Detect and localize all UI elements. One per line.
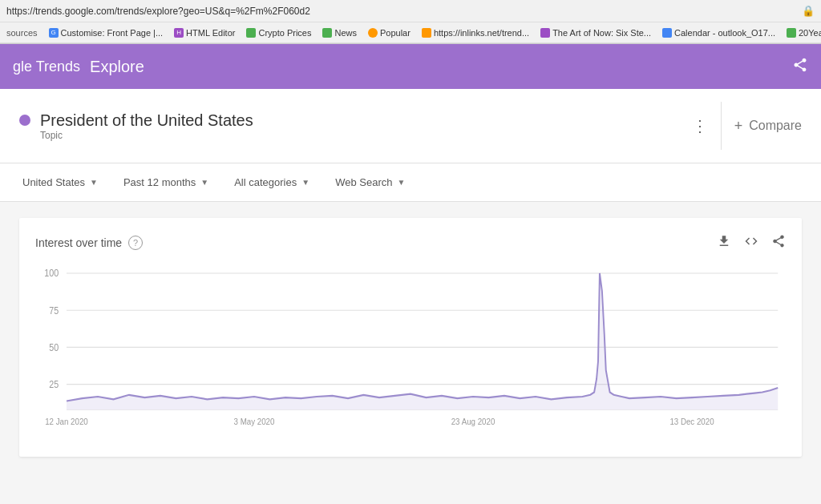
chevron-down-icon: ▼ (301, 178, 309, 187)
gt-share-button[interactable] (792, 57, 808, 77)
chevron-down-icon: ▼ (397, 178, 405, 187)
bookmark-20years[interactable]: 20YearsOn-what-still-co... (783, 26, 821, 39)
embed-button[interactable] (744, 234, 758, 252)
filters-bar: United States ▼ Past 12 months ▼ All cat… (0, 163, 821, 202)
bookmark-crypto[interactable]: Crypto Prices (243, 26, 314, 39)
location-label: United States (22, 176, 85, 188)
bookmark-label: News (334, 28, 357, 38)
svg-text:75: 75 (49, 305, 59, 316)
bookmark-favicon (540, 28, 550, 38)
trend-chart-svg: 100 75 50 25 12 Jan 2020 3 May 2020 23 A… (35, 264, 786, 441)
bookmark-label: Customise: Front Page |... (61, 28, 164, 38)
svg-text:23 Aug 2020: 23 Aug 2020 (451, 417, 495, 427)
gt-logo-area: gle Trends Explore (13, 58, 144, 76)
address-bar: https://trends.google.com/trends/explore… (0, 0, 821, 22)
svg-text:13 Dec 2020: 13 Dec 2020 (669, 417, 714, 427)
bookmark-favicon (322, 28, 332, 38)
gt-explore-label: Explore (90, 58, 144, 76)
search-term-title: President of the United States (40, 111, 253, 130)
bookmark-label: Calendar - outlook_O17... (674, 28, 775, 38)
chart-container: 100 75 50 25 12 Jan 2020 3 May 2020 23 A… (35, 264, 786, 441)
bookmark-popular[interactable]: Popular (365, 26, 414, 39)
search-term: President of the United States Topic (19, 111, 692, 141)
gt-logo-text: gle Trends (13, 58, 80, 75)
chevron-down-icon: ▼ (200, 178, 208, 187)
chevron-down-icon: ▼ (90, 178, 98, 187)
chart-section: Interest over time ? (19, 218, 802, 457)
time-range-label: Past 12 months (123, 176, 196, 188)
svg-text:100: 100 (44, 268, 59, 279)
time-range-filter[interactable]: Past 12 months ▼ (120, 171, 212, 193)
compare-label: Compare (749, 119, 802, 133)
help-icon[interactable]: ? (128, 236, 143, 250)
svg-text:3 May 2020: 3 May 2020 (234, 417, 275, 427)
search-type-label: Web Search (335, 176, 392, 188)
bookmark-favicon: G (49, 28, 59, 38)
gt-header: gle Trends Explore (0, 44, 821, 89)
address-bar-url: https://trends.google.com/trends/explore… (6, 6, 802, 17)
bookmark-customise[interactable]: G Customise: Front Page |... (46, 26, 167, 39)
chart-title-area: Interest over time ? (35, 236, 143, 250)
svg-text:12 Jan 2020: 12 Jan 2020 (45, 417, 88, 427)
bookmark-label: The Art of Now: Six Ste... (552, 28, 651, 38)
search-type-filter[interactable]: Web Search ▼ (332, 171, 408, 193)
bookmarks-bar: sources G Customise: Front Page |... H H… (0, 22, 821, 43)
bookmark-label: sources (6, 28, 38, 38)
category-filter[interactable]: All categories ▼ (231, 171, 313, 193)
svg-marker-9 (67, 273, 778, 410)
bookmark-label: Crypto Prices (258, 28, 311, 38)
bookmark-favicon (422, 28, 431, 38)
more-options-button[interactable]: ⋮ (692, 116, 708, 135)
vertical-divider (721, 102, 722, 150)
location-filter[interactable]: United States ▼ (19, 171, 101, 193)
bookmark-label: https://inlinks.net/trend... (434, 28, 529, 38)
plus-icon: + (734, 118, 743, 135)
bookmark-inlinks[interactable]: https://inlinks.net/trend... (419, 26, 532, 39)
search-term-text: President of the United States Topic (40, 111, 253, 141)
chart-title: Interest over time (35, 236, 122, 249)
bookmark-favicon: H (174, 28, 184, 38)
bookmark-art[interactable]: The Art of Now: Six Ste... (537, 26, 654, 39)
bookmark-news[interactable]: News (319, 26, 360, 39)
download-icon (717, 234, 731, 248)
bookmark-label: 20YearsOn-what-still-co... (799, 28, 821, 38)
share-icon (771, 234, 786, 248)
help-label: ? (133, 238, 138, 248)
share-icon (792, 57, 808, 73)
bookmark-label: HTML Editor (186, 28, 235, 38)
chart-header: Interest over time ? (35, 234, 786, 252)
search-area: President of the United States Topic ⋮ +… (0, 89, 821, 163)
bookmark-favicon (246, 28, 256, 38)
share-button[interactable] (771, 234, 786, 252)
bookmark-sources[interactable]: sources (3, 26, 41, 39)
bookmark-favicon (787, 28, 796, 38)
bookmark-calendar[interactable]: Calendar - outlook_O17... (659, 26, 779, 39)
download-button[interactable] (717, 234, 731, 252)
embed-icon (744, 234, 758, 248)
bookmark-favicon (368, 28, 378, 38)
category-label: All categories (234, 176, 297, 188)
svg-text:50: 50 (49, 342, 59, 353)
browser-chrome: https://trends.google.com/trends/explore… (0, 0, 821, 44)
search-term-type: Topic (40, 130, 253, 141)
bookmark-label: Popular (380, 28, 410, 38)
main-content: President of the United States Topic ⋮ +… (0, 89, 821, 457)
svg-text:25: 25 (49, 379, 59, 389)
chart-actions (717, 234, 786, 252)
bookmark-html-editor[interactable]: H HTML Editor (171, 26, 238, 39)
bookmark-favicon (662, 28, 672, 38)
compare-button[interactable]: + Compare (734, 118, 802, 135)
browser-lock-icon: 🔒 (802, 5, 815, 17)
topic-dot (19, 115, 30, 126)
